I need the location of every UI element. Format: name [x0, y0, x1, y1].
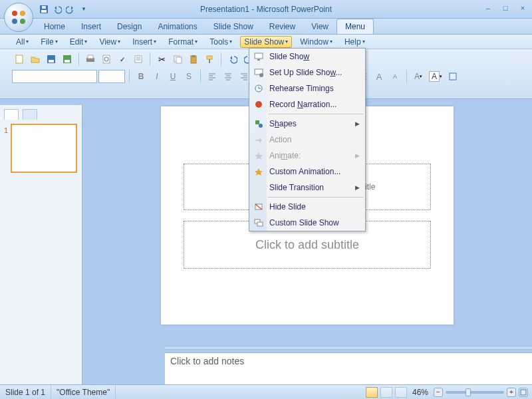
restore-button[interactable]: □ — [500, 3, 511, 13]
star-icon — [253, 166, 265, 178]
slideshow-view-button[interactable] — [395, 387, 407, 398]
menu-view[interactable]: View▾ — [95, 36, 124, 48]
grow-font-icon[interactable]: A — [372, 69, 386, 84]
dmi-custom-show[interactable]: Custom Slide Show — [249, 215, 365, 231]
zoom-slider[interactable] — [446, 391, 504, 394]
svg-rect-20 — [176, 57, 182, 63]
svg-rect-11 — [65, 60, 70, 63]
dmi-rehearse[interactable]: Rehearse Timings — [249, 80, 365, 96]
dmi-action: Action — [249, 132, 365, 148]
format-painter-icon[interactable] — [202, 52, 217, 66]
dmi-custom-animation[interactable]: Custom Animation... — [249, 164, 365, 180]
menu-insert[interactable]: Insert▾ — [128, 36, 160, 48]
svg-point-2 — [12, 19, 17, 24]
slide-show-dropdown: Slide Show Set Up Slide Show... Rehearse… — [249, 48, 366, 231]
dmi-record[interactable]: Record Narration... — [249, 96, 365, 112]
svg-rect-13 — [88, 55, 93, 59]
menu-window[interactable]: Window▾ — [296, 36, 336, 48]
dmi-transition[interactable]: Slide Transition▶ — [249, 180, 365, 196]
font-name-combo[interactable] — [12, 70, 97, 83]
align-center-icon[interactable] — [221, 69, 235, 84]
menu-edit[interactable]: Edit▾ — [66, 36, 92, 48]
spellcheck-icon[interactable]: ✓ — [115, 52, 130, 66]
undo-icon[interactable] — [52, 4, 63, 15]
font-size-combo[interactable] — [98, 70, 125, 83]
undo-icon[interactable] — [225, 52, 240, 66]
saveas-icon[interactable] — [60, 52, 74, 66]
svg-point-86 — [259, 124, 263, 128]
new-icon[interactable] — [12, 52, 27, 66]
save-icon[interactable] — [44, 52, 59, 66]
menu-file[interactable]: File▾ — [37, 36, 61, 48]
outline-tab[interactable] — [23, 109, 37, 120]
shrink-font-icon[interactable]: A — [388, 69, 402, 84]
action-icon — [253, 134, 265, 146]
align-left-icon[interactable] — [205, 69, 219, 84]
copy-icon[interactable] — [170, 52, 185, 66]
close-button[interactable]: × — [517, 3, 528, 13]
cut-icon[interactable]: ✂ — [154, 52, 169, 66]
status-slide-info: Slide 1 of 1 — [0, 385, 51, 399]
svg-rect-85 — [255, 120, 259, 124]
zoom-in-button[interactable]: + — [507, 388, 516, 397]
svg-point-80 — [259, 73, 263, 77]
normal-view-button[interactable] — [366, 387, 378, 398]
tab-animations[interactable]: Animations — [150, 19, 205, 34]
sorter-view-button[interactable] — [380, 387, 392, 398]
minimize-button[interactable]: – — [483, 3, 493, 13]
dmi-hide-slide[interactable]: Hide Slide — [249, 199, 365, 215]
highlight-icon[interactable]: A▾ — [427, 69, 444, 84]
animate-icon — [253, 150, 265, 162]
record-icon — [253, 98, 265, 110]
menu-tools[interactable]: Tools▾ — [205, 36, 236, 48]
hide-icon — [253, 201, 265, 213]
svg-rect-78 — [257, 59, 260, 61]
dmi-set-up[interactable]: Set Up Slide Show... — [249, 65, 365, 80]
shadow-icon[interactable]: S — [182, 69, 196, 84]
svg-rect-6 — [42, 6, 46, 9]
slide-thumbnail[interactable]: 1 — [11, 124, 77, 173]
tab-insert[interactable]: Insert — [73, 19, 109, 34]
dmi-shapes[interactable]: Shapes▶ — [249, 116, 365, 132]
research-icon[interactable] — [131, 52, 146, 66]
redo-icon[interactable] — [65, 4, 76, 15]
svg-point-84 — [255, 101, 262, 108]
svg-rect-77 — [255, 53, 263, 59]
office-button[interactable] — [4, 3, 33, 32]
svg-rect-22 — [192, 55, 195, 57]
save-icon[interactable] — [39, 4, 49, 15]
menu-format[interactable]: Format▾ — [164, 36, 201, 48]
status-theme: "Office Theme" — [51, 385, 116, 399]
design-icon[interactable] — [446, 69, 460, 84]
svg-rect-7 — [16, 55, 23, 63]
fit-button[interactable] — [519, 388, 528, 397]
clock-icon — [253, 82, 265, 94]
notes-pane[interactable]: Click to add notes — [165, 352, 532, 384]
qat-dropdown-icon[interactable]: ▼ — [78, 4, 89, 15]
tab-slide-show[interactable]: Slide Show — [205, 19, 261, 34]
title-bar: ▼ Presentation1 - Microsoft PowerPoint –… — [0, 0, 532, 19]
italic-icon[interactable]: I — [150, 69, 164, 84]
tab-design[interactable]: Design — [109, 19, 150, 34]
quick-access-toolbar: ▼ — [39, 4, 89, 15]
menu-help[interactable]: Help▾ — [340, 36, 369, 48]
tab-view[interactable]: View — [303, 19, 336, 34]
tab-home[interactable]: Home — [36, 19, 73, 34]
underline-icon[interactable]: U — [166, 69, 180, 84]
zoom-out-button[interactable]: − — [434, 388, 443, 397]
dmi-slide-show[interactable]: Slide Show — [249, 49, 365, 65]
slides-tab[interactable] — [4, 109, 19, 120]
ribbon-tab-strip: Home Insert Design Animations Slide Show… — [0, 19, 532, 35]
menu-slide-show[interactable]: Slide Show▾ — [240, 36, 292, 48]
paste-icon[interactable] — [186, 52, 201, 66]
font-color-icon[interactable]: A▾ — [411, 69, 426, 84]
print-icon[interactable] — [83, 52, 98, 66]
svg-rect-23 — [207, 56, 212, 59]
menu-all[interactable]: All▾ — [12, 36, 33, 48]
bold-icon[interactable]: B — [134, 69, 148, 84]
preview-icon[interactable] — [99, 52, 114, 66]
tab-review[interactable]: Review — [261, 19, 303, 34]
tab-menu[interactable]: Menu — [336, 19, 374, 34]
shapes-icon — [253, 118, 265, 130]
open-icon[interactable] — [28, 52, 43, 66]
